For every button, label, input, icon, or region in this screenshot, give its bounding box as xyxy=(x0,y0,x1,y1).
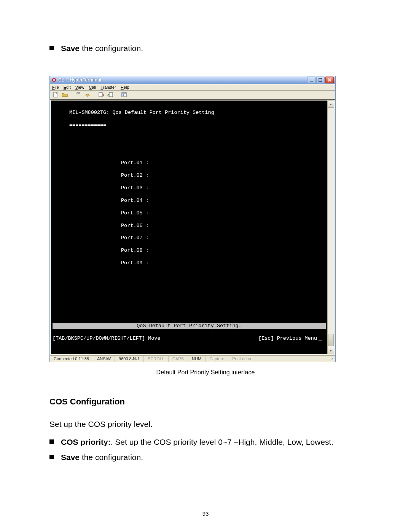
port-line: Port.09 : xyxy=(53,260,326,266)
bullet-marker xyxy=(49,46,54,50)
port-line: Port.04 : xyxy=(53,198,326,204)
scroll-up-arrow[interactable]: ▴ xyxy=(328,101,334,108)
resize-grip[interactable] xyxy=(330,356,335,362)
bullet-rest: . Set up the COS priority level 0~7 –Hig… xyxy=(111,438,333,446)
bullet-save-top: Save the configuration. xyxy=(49,42,362,55)
port-line: Port.08 : xyxy=(53,248,326,254)
statusbar: Connected 0:11:38 ANSIW 9600 8-N-1 SCROL… xyxy=(50,355,335,362)
status-flag: Print echo xyxy=(228,356,255,362)
menu-view[interactable]: View xyxy=(75,85,84,89)
terminal-cursor xyxy=(319,340,322,340)
section-heading: COS Configuration xyxy=(49,397,362,407)
terminal-rule: ============ xyxy=(53,122,326,128)
menubar: File Edit View Call Transfer Help xyxy=(50,84,335,91)
bullet-strong: Save xyxy=(61,44,80,53)
bullet-rest: the configuration. xyxy=(80,453,143,462)
maximize-button[interactable] xyxy=(316,77,325,83)
phone-icon[interactable] xyxy=(75,91,82,98)
port-line: Port.07 : xyxy=(53,235,326,241)
terminal-nav-right: [Esc] Previous Menu xyxy=(258,335,322,342)
terminal-nav-left: [TAB/BKSPC/UP/DOWN/RIGHT/LEFT] Move xyxy=(53,335,161,342)
status-flag: NUM xyxy=(188,356,206,362)
svg-rect-2 xyxy=(310,81,313,81)
bullet-marker xyxy=(49,439,54,444)
menu-edit[interactable]: Edit xyxy=(64,85,71,89)
app-icon xyxy=(51,77,57,83)
properties-icon[interactable] xyxy=(121,91,127,98)
port-line: Port.01 : xyxy=(53,160,326,166)
bullet-strong: COS priority: xyxy=(61,438,111,446)
send-icon[interactable] xyxy=(98,91,105,98)
bullet-rest: the configuration. xyxy=(80,44,143,53)
window-controls xyxy=(307,77,334,83)
scroll-down-arrow[interactable]: ▾ xyxy=(328,347,334,354)
bullet-text: COS priority:. Set up the COS priority l… xyxy=(61,436,333,449)
port-line: Port.03 : xyxy=(53,185,326,191)
bullet-text: Save the configuration. xyxy=(61,451,143,464)
receive-icon[interactable] xyxy=(107,91,114,98)
bullet-save-bottom: Save the configuration. xyxy=(49,451,362,464)
terminal-heading: MIL-SM8002TG: Qos Default Port Priority … xyxy=(53,110,326,116)
bullet-marker xyxy=(49,455,54,459)
port-line: Port.06 : xyxy=(53,223,326,229)
document-page: Save the configuration. CLI - HyperTermi… xyxy=(0,0,411,532)
scroll-track[interactable] xyxy=(328,108,334,347)
menu-transfer[interactable]: Transfer xyxy=(100,85,116,89)
svg-rect-9 xyxy=(123,94,124,96)
status-emulation: ANSIW xyxy=(93,356,115,362)
svg-rect-6 xyxy=(109,93,113,97)
close-button[interactable] xyxy=(325,77,334,83)
toolbar xyxy=(50,91,335,99)
terminal-container: MIL-SM8002TG: Qos Default Port Priority … xyxy=(50,99,335,356)
svg-rect-7 xyxy=(122,93,126,97)
bullet-text: Save the configuration. xyxy=(61,42,143,55)
menu-call[interactable]: Call xyxy=(89,85,96,89)
terminal-screen[interactable]: MIL-SM8002TG: Qos Default Port Priority … xyxy=(51,101,327,355)
minimize-button[interactable] xyxy=(307,77,315,83)
status-flag: SCROLL xyxy=(144,356,169,362)
menu-help[interactable]: Help xyxy=(121,85,129,89)
new-doc-icon[interactable] xyxy=(52,91,59,98)
paragraph-intro: Set up the COS priority level. xyxy=(49,417,362,431)
status-port: 9600 8-N-1 xyxy=(115,356,144,362)
hangup-icon[interactable] xyxy=(84,91,91,98)
svg-rect-1 xyxy=(53,79,55,81)
open-folder-icon[interactable] xyxy=(61,91,68,98)
status-flag: CAPS xyxy=(169,356,188,362)
bullet-cos-priority: COS priority:. Set up the COS priority l… xyxy=(49,436,362,449)
svg-rect-3 xyxy=(319,78,322,81)
status-connected: Connected 0:11:38 xyxy=(50,356,93,362)
port-line: Port.05 : xyxy=(53,210,326,216)
terminal-footer-bar: QoS Default Port Priority Setting. xyxy=(53,323,326,329)
vertical-scrollbar[interactable]: ▴ ▾ xyxy=(327,101,334,355)
window-title: CLI - HyperTerminal xyxy=(58,77,307,83)
hyperterminal-window: CLI - HyperTerminal File Edit View Call … xyxy=(49,76,336,363)
terminal-nav-line: [TAB/BKSPC/UP/DOWN/RIGHT/LEFT] Move [Esc… xyxy=(53,335,326,342)
bullet-strong: Save xyxy=(61,453,80,462)
page-number: 93 xyxy=(0,510,411,517)
svg-rect-5 xyxy=(99,93,102,97)
status-flag: Capture xyxy=(206,356,228,362)
scroll-thumb[interactable] xyxy=(328,334,334,346)
figure-caption: Default Port Priority Setting interface xyxy=(49,369,362,376)
window-titlebar: CLI - HyperTerminal xyxy=(50,76,335,84)
menu-file[interactable]: File xyxy=(52,85,59,89)
port-line: Port.02 : xyxy=(53,173,326,179)
